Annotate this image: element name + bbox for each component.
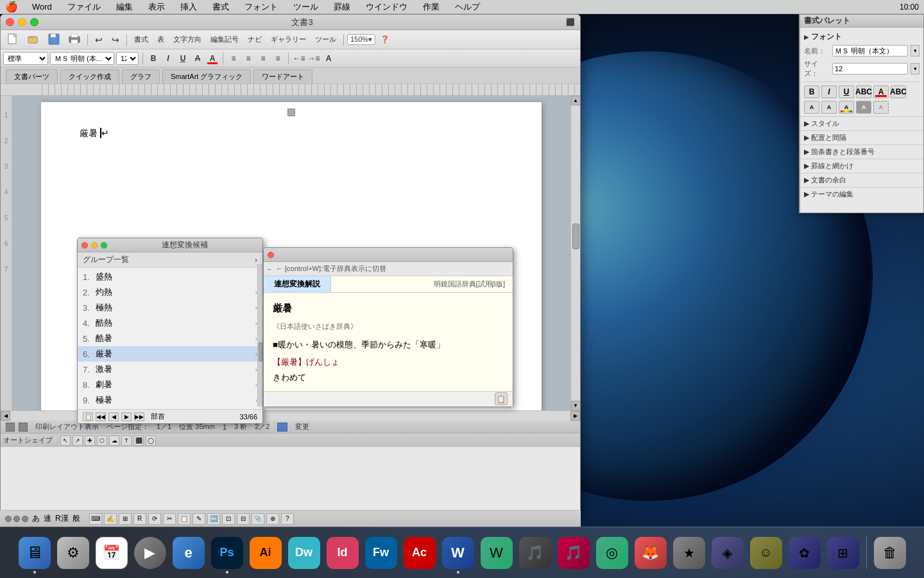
palette-btn-a4[interactable]: A — [856, 101, 871, 114]
scroll-right-button[interactable]: ▶ — [570, 411, 580, 421]
open-button[interactable] — [24, 32, 43, 48]
justify[interactable]: ≡ — [271, 52, 284, 65]
palette-bold[interactable]: B — [804, 85, 819, 98]
menubar-view[interactable]: 表示 — [144, 0, 169, 14]
menubar-window[interactable]: ウインドウ — [362, 0, 411, 14]
ime-extra-6[interactable]: ✂ — [163, 513, 176, 525]
zoom-select[interactable]: 150%▾ — [347, 34, 375, 45]
underline-button[interactable]: U — [176, 52, 189, 65]
italic-button[interactable]: I — [162, 52, 175, 65]
menubar-file[interactable]: ファイル — [64, 0, 105, 14]
dock-quicktime[interactable]: ▶ — [132, 535, 168, 571]
dock-firefox[interactable]: 🦊 — [633, 535, 669, 571]
rensou-item-8[interactable]: 8. 劇暑 › — [78, 377, 262, 392]
dict-tab-explanation[interactable]: 連想変換解説 — [264, 276, 331, 292]
dock-fireworks[interactable]: Fw — [363, 535, 399, 571]
map-btn[interactable] — [277, 423, 287, 432]
dict-copy-button[interactable]: 📋 — [495, 392, 508, 405]
rensou-item-5[interactable]: 5. 酷暑 › — [78, 331, 262, 346]
dock-app4[interactable]: ✿ — [787, 535, 823, 571]
scroll-up-button[interactable]: ▲ — [571, 96, 581, 105]
bold-button[interactable]: B — [147, 52, 160, 65]
menubar-word[interactable]: Word — [28, 1, 56, 13]
ime-item-rkanji[interactable]: R漢 — [55, 513, 69, 524]
ime-extra-8[interactable]: ✎ — [193, 513, 205, 525]
tab-doc-parts[interactable]: 文書パーツ — [6, 69, 58, 83]
palette-spacing-section[interactable]: ▶ 配置と間隔 — [800, 130, 923, 144]
menubar-insert[interactable]: 挿入 — [176, 0, 201, 14]
draw-tool-1[interactable]: ↖ — [60, 435, 71, 446]
print-button[interactable] — [65, 32, 84, 48]
rensou-prev2-btn[interactable]: ◀◀ — [96, 412, 106, 421]
dock-photoshop[interactable]: Ps — [209, 535, 245, 571]
ime-extra-14[interactable]: ? — [281, 513, 294, 525]
align-left[interactable]: ≡ — [227, 52, 240, 65]
font-name-input[interactable] — [832, 45, 908, 57]
menubar-format[interactable]: 書式 — [209, 0, 233, 14]
ime-extra-12[interactable]: 📎 — [252, 513, 264, 525]
size-dropdown-btn[interactable]: ▾ — [911, 63, 920, 74]
rensou-scrollthumb[interactable] — [259, 342, 262, 362]
rensou-item-7[interactable]: 7. 激暑 › — [78, 362, 262, 377]
tab-wordart[interactable]: ワードアート — [253, 69, 312, 83]
palette-bullets-section[interactable]: ▶ 箇条書きと段落番号 — [800, 144, 923, 159]
rensou-close[interactable] — [81, 242, 88, 249]
draw-tool-3[interactable]: ✚ — [85, 435, 95, 446]
dock-app2[interactable]: ◈ — [710, 535, 746, 571]
palette-underline[interactable]: U — [839, 85, 854, 98]
draw-tool-8[interactable]: ◯ — [146, 435, 156, 446]
dict-close[interactable] — [268, 252, 274, 258]
dock-app-lingo[interactable]: W — [479, 535, 515, 571]
maximize-button[interactable] — [30, 18, 38, 26]
ime-extra-7[interactable]: 📋 — [178, 513, 191, 525]
draw-tool-4[interactable]: ⬡ — [97, 435, 107, 446]
font-dropdown-btn[interactable]: ▾ — [911, 45, 920, 57]
rensou-minimize[interactable] — [91, 242, 98, 249]
undo-button[interactable]: ↩ — [91, 33, 107, 46]
tab-smartart[interactable]: SmartArt グラフィック — [162, 69, 251, 83]
edit-marks-button[interactable]: 編集記号 — [207, 33, 243, 46]
draw-tool-6[interactable]: T — [121, 435, 132, 446]
font-size-input[interactable] — [832, 63, 908, 74]
tab-chart[interactable]: グラフ — [122, 69, 160, 83]
draw-tool-7[interactable]: ⬛ — [133, 435, 144, 446]
view-btn-1[interactable] — [6, 423, 15, 432]
rensou-next-btn[interactable]: ▶ — [121, 412, 132, 421]
rensou-item-3[interactable]: 3. 極熱 › — [78, 300, 262, 315]
palette-theme-section[interactable]: ▶ テーマの編集 — [800, 187, 923, 201]
window-resize[interactable]: ⬛ — [566, 18, 575, 26]
ime-extra-2[interactable]: ✍ — [104, 513, 117, 525]
ime-item-han[interactable]: 般 — [73, 513, 80, 524]
rensou-item-2[interactable]: 2. 灼熱 › — [78, 285, 262, 300]
menubar-help[interactable]: ヘルプ — [451, 0, 484, 14]
highlight-button[interactable]: A — [322, 52, 335, 65]
menubar-tools[interactable]: ツール — [289, 0, 322, 14]
scroll-thumb[interactable] — [572, 223, 579, 249]
ime-close[interactable] — [5, 516, 12, 522]
palette-font-header[interactable]: ▶ フォント — [804, 30, 920, 44]
ime-item-ren[interactable]: 連 — [44, 513, 51, 524]
palette-btn-a5[interactable]: A — [873, 101, 889, 114]
right-scrollbar[interactable]: ▲ ▼ — [570, 96, 580, 410]
gallery-button[interactable]: ギャラリー — [267, 33, 310, 46]
rensou-scrollbar[interactable] — [257, 264, 262, 407]
dock-acrobat[interactable]: Ac — [402, 535, 438, 571]
new-doc-button[interactable] — [3, 32, 22, 48]
palette-btn-a2[interactable]: A — [821, 101, 837, 114]
close-button[interactable] — [6, 18, 14, 26]
text-direction-button[interactable]: 文字方向 — [169, 33, 205, 46]
menubar-work[interactable]: 作業 — [419, 0, 443, 14]
increase-indent[interactable]: →≡ — [307, 52, 320, 65]
rensou-maximize[interactable] — [101, 242, 107, 249]
rensou-next2-btn[interactable]: ▶▶ — [134, 412, 144, 421]
ime-extra-4[interactable]: R — [133, 513, 146, 525]
palette-borders-section[interactable]: ▶ 罫線と網かけ — [800, 159, 923, 173]
ime-extra-10[interactable]: ⊡ — [222, 513, 235, 525]
font-select[interactable]: ＭＳ 明朝 (本... — [50, 52, 114, 65]
help-btn[interactable]: ❓ — [377, 34, 393, 45]
ime-item-a[interactable]: あ — [32, 513, 40, 524]
ime-extra-13[interactable]: ⊕ — [266, 513, 279, 525]
palette-btn-a3[interactable]: A — [839, 101, 854, 114]
palette-highlight[interactable]: ABC — [891, 85, 906, 98]
ime-extra-5[interactable]: ⟳ — [148, 513, 161, 525]
